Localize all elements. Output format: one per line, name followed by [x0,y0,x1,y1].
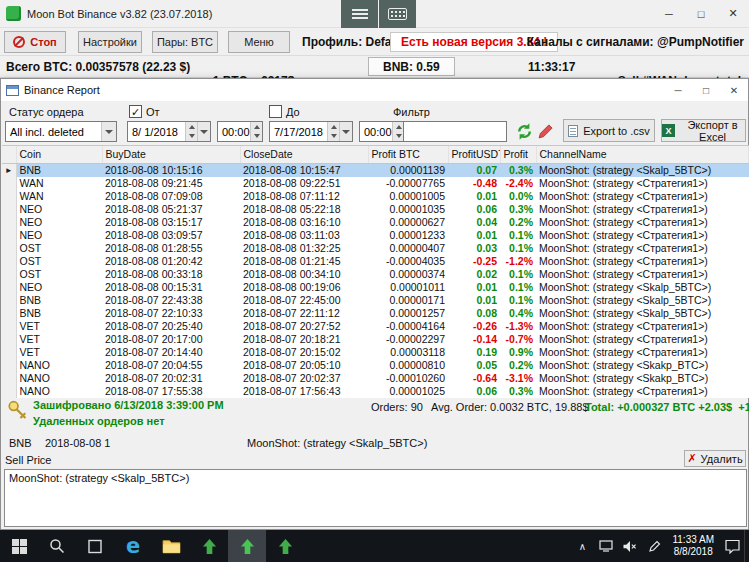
table-row[interactable]: NANO2018-08-07 20:04:552018-08-07 20:05:… [2,359,749,372]
from-checkbox-box[interactable]: ✓ [129,105,142,118]
table-row[interactable]: VET2018-08-07 20:14:402018-08-07 20:15:0… [2,346,749,359]
column-header-coin[interactable]: Coin [16,146,102,163]
table-row[interactable]: BNB2018-08-07 22:43:382018-08-07 22:45:0… [2,294,749,307]
cell-pct: 0.3% [500,203,536,216]
table-row[interactable]: VET2018-08-07 20:25:402018-08-07 20:27:5… [2,320,749,333]
from-time-spinner[interactable] [250,122,262,141]
cell-close: 2018-08-07 22:11:12 [240,307,368,320]
to-date-spinner[interactable] [327,122,339,141]
table-row[interactable]: VET2018-08-07 20:17:002018-08-07 20:18:2… [2,333,749,346]
cell-coin: OST [16,268,102,281]
column-header-profit[interactable]: Profit [500,146,536,163]
to-checkbox[interactable]: До [269,105,300,118]
hidden-icons-chevron-icon[interactable]: ∧ [570,530,594,562]
row-indicator [2,307,16,320]
to-date-calendar-icon[interactable] [339,122,352,141]
volume-muted-icon[interactable] [618,530,642,562]
table-row[interactable]: NEO2018-08-08 00:15:312018-08-08 00:19:0… [2,281,749,294]
column-header-buydate[interactable]: BuyDate [102,146,240,163]
keyboard-button[interactable] [379,0,416,28]
column-header-profit-btc[interactable]: Profit BTC [368,146,448,163]
from-date-spinner[interactable] [185,122,197,141]
table-row[interactable]: OST2018-08-08 01:20:422018-08-08 01:21:4… [2,255,749,268]
export-excel-button[interactable]: X Экспорт в Excel [661,119,746,142]
task-view-button[interactable] [76,530,114,562]
close-icon[interactable]: ✕ [717,0,749,28]
cell-buy: 2018-08-08 00:15:31 [102,281,240,294]
edge-browser-button[interactable]: e [114,530,152,562]
table-row[interactable]: WAN2018-08-08 09:21:452018-08-08 09:22:5… [2,177,749,190]
filter-input[interactable] [403,121,507,142]
to-checkbox-box[interactable] [269,105,282,118]
search-button[interactable] [38,530,76,562]
cell-usdt: -0.26 [448,320,500,333]
table-row[interactable]: NEO2018-08-08 05:21:372018-08-08 05:22:1… [2,203,749,216]
file-explorer-button[interactable] [152,530,190,562]
table-row[interactable]: OST2018-08-08 00:33:182018-08-08 00:34:1… [2,268,749,281]
show-desktop-button[interactable] [744,530,749,562]
delete-x-icon: ✗ [687,452,696,465]
task-view-icon [87,539,103,554]
start-button[interactable] [0,530,38,562]
display-tray-icon[interactable] [594,530,618,562]
app-green-arrow-button-3[interactable] [266,530,304,562]
dialog-minimize-icon[interactable]: ─ [664,79,692,101]
table-row[interactable]: OST2018-08-08 01:28:552018-08-08 01:32:2… [2,242,749,255]
from-time-picker[interactable]: 00:00 [217,121,263,142]
cell-coin: NEO [16,229,102,242]
to-date-picker[interactable]: 7/17/2018 [269,121,353,142]
from-date-calendar-icon[interactable] [197,122,210,141]
menu-button[interactable]: Меню [228,31,290,53]
table-row[interactable]: WAN2018-08-08 07:09:082018-08-08 07:11:1… [2,190,749,203]
cell-usdt: 0.08 [448,307,500,320]
to-time-picker[interactable]: 00:00 [359,121,405,142]
cell-buy: 2018-08-08 07:09:08 [102,190,240,203]
export-csv-button[interactable]: Export to .csv [563,119,655,142]
total-btc-label: Всего BTC: 0.00357578 (22.23 $) [6,60,190,74]
table-row[interactable]: NANO2018-08-07 17:55:382018-08-07 17:56:… [2,385,749,398]
cell-buy: 2018-08-07 22:43:38 [102,294,240,307]
action-center-button[interactable] [720,530,744,562]
taskbar-clock[interactable]: 11:33 AM 8/8/2018 [666,534,720,558]
table-row[interactable]: ►BNB2018-08-08 10:15:162018-08-08 10:15:… [2,163,749,177]
app-green-arrow-button-1[interactable] [190,530,228,562]
table-row[interactable]: NEO2018-08-08 03:15:172018-08-08 03:16:1… [2,216,749,229]
detail-coin: BNB [9,437,32,449]
pairs-button[interactable]: Пары: BTC [152,31,218,53]
from-checkbox[interactable]: ✓ От [129,105,160,118]
maximize-icon[interactable]: □ [685,0,717,28]
cell-close: 2018-08-08 03:16:10 [240,216,368,229]
refresh-icon[interactable] [514,121,534,141]
stop-button[interactable]: Стоп [4,31,66,53]
hamburger-menu-button[interactable] [341,0,378,28]
minimize-icon[interactable]: ─ [653,0,685,28]
table-row[interactable]: BNB2018-08-07 22:10:332018-08-07 22:11:1… [2,307,749,320]
cell-close: 2018-08-08 05:22:18 [240,203,368,216]
pen-tray-icon[interactable] [642,530,666,562]
cell-btc: 0.00001257 [368,307,448,320]
edit-pencil-icon[interactable] [535,121,555,141]
cell-btc: 0.00001139 [368,163,448,177]
column-header-closedate[interactable]: CloseDate [240,146,368,163]
column-header-profitusdt[interactable]: ProfitUSDT [448,146,500,163]
cell-btc: 0.00000627 [368,216,448,229]
table-row[interactable]: NEO2018-08-08 03:09:572018-08-08 03:11:0… [2,229,749,242]
column-header-channelname[interactable]: ChannelName [536,146,749,163]
app-green-arrow-button-2-active[interactable] [228,530,266,562]
cell-btc: 0.00001005 [368,190,448,203]
cell-pct: 0.1% [500,268,536,281]
table-row[interactable]: NANO2018-08-07 20:02:312018-08-07 20:02:… [2,372,749,385]
dialog-close-icon[interactable]: ✕ [720,79,748,101]
cell-usdt: 0.02 [448,268,500,281]
cell-usdt: -0.64 [448,372,500,385]
bnb-balance-chip[interactable]: BNB: 0.59 [368,57,455,76]
settings-button[interactable]: Настройки [78,31,142,53]
order-note-box[interactable]: MoonShot: (strategy <Skalp_5BTC>) [4,469,747,527]
from-date-picker[interactable]: 8/ 1/2018 [127,121,211,142]
dialog-maximize-icon[interactable]: □ [692,79,720,101]
delete-order-button[interactable]: ✗ Удалить [684,450,746,467]
cell-close: 2018-08-08 09:22:51 [240,177,368,190]
order-status-select[interactable]: All incl. deleted [5,121,117,142]
cell-close: 2018-08-08 00:19:06 [240,281,368,294]
cell-buy: 2018-08-08 03:09:57 [102,229,240,242]
